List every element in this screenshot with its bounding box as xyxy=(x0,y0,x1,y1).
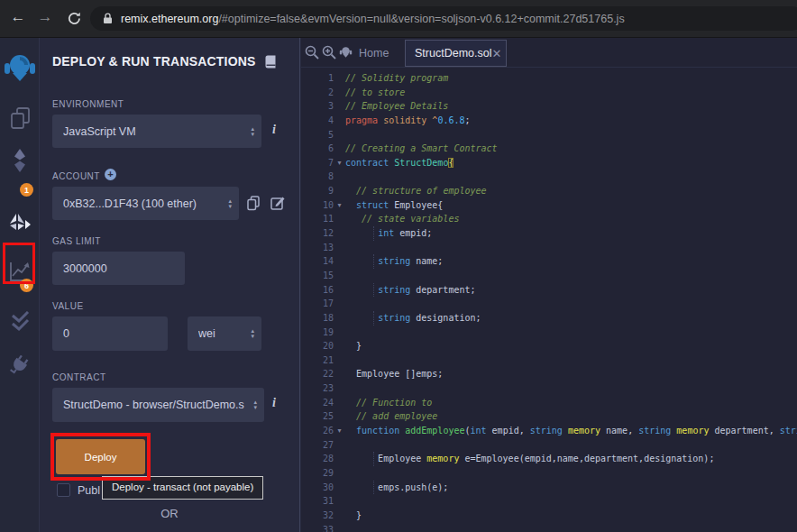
environment-info-icon[interactable]: i xyxy=(272,123,276,137)
address-bar[interactable]: remix.ethereum.org/#optimize=false&evmVe… xyxy=(90,6,797,31)
panel-title: DEPLOY & RUN TRANSACTIONS xyxy=(52,54,256,69)
sidebar-item-unit-testing[interactable] xyxy=(0,311,40,333)
double-check-icon xyxy=(9,311,32,333)
line-number: 12 xyxy=(301,226,334,241)
add-account-icon[interactable]: + xyxy=(105,169,116,180)
line-number: 8 xyxy=(301,170,334,184)
code-line[interactable]: 11 // state variables xyxy=(301,212,797,226)
sidebar-item-analytics[interactable] xyxy=(0,260,40,283)
line-number: 3 xyxy=(301,99,334,114)
code-line[interactable]: 3// Employee Details xyxy=(301,99,797,114)
code-line[interactable]: 21 xyxy=(301,353,797,368)
zoom-out-icon[interactable] xyxy=(305,45,319,63)
line-number: 22 xyxy=(301,367,334,381)
copy-account-icon[interactable] xyxy=(247,196,260,211)
contract-select[interactable]: StructDemo - browser/StructDemo.s ▴▾ xyxy=(52,388,264,422)
analytics-badge: 6 xyxy=(20,279,33,292)
line-number: 24 xyxy=(301,396,334,410)
lock-icon xyxy=(103,13,113,24)
value-unit-stepper-icon: ▴▾ xyxy=(251,328,254,339)
code-line[interactable]: 13 xyxy=(301,241,797,255)
code-line[interactable]: 23 xyxy=(301,381,797,396)
value-unit: wei xyxy=(198,327,251,340)
code-line[interactable]: 29 xyxy=(301,466,797,481)
account-select[interactable]: 0xB32...D1F43 (100 ether) ▴▾ xyxy=(52,187,239,220)
fold-arrow-icon xyxy=(334,212,345,226)
browser-back-icon[interactable]: ← xyxy=(7,8,29,26)
code-line[interactable]: 26▾ function addEmployee(int empid, stri… xyxy=(301,424,797,438)
fold-arrow-icon xyxy=(334,494,345,509)
plug-icon xyxy=(9,353,31,377)
fold-arrow-icon xyxy=(334,381,345,396)
line-number: 9 xyxy=(301,184,334,198)
code-line[interactable]: 32 } xyxy=(301,509,797,523)
code-text: int empid; xyxy=(345,226,797,241)
code-text: // Solidity program xyxy=(345,71,797,86)
sidebar-item-plugin-manager[interactable] xyxy=(0,353,40,377)
code-line[interactable]: 12 int empid; xyxy=(301,226,797,241)
code-line[interactable]: 31 xyxy=(301,494,797,509)
remix-logo[interactable] xyxy=(0,52,40,87)
code-line[interactable]: 5 xyxy=(301,128,797,142)
account-value: 0xB32...D1F43 (100 ether) xyxy=(63,197,228,210)
code-line[interactable]: 6// Creating a Smart Contract xyxy=(301,142,797,156)
code-line[interactable]: 28 Employee memory e=Employee(empid,name… xyxy=(301,452,797,466)
code-text: pragma solidity ^0.6.8; xyxy=(345,114,797,128)
code-line[interactable]: 7▾contract StructDemo{ xyxy=(301,156,797,170)
close-tab-icon[interactable]: ✕ xyxy=(491,47,501,60)
sidebar-item-deploy-run[interactable] xyxy=(0,213,40,236)
code-line[interactable]: 16 string department; xyxy=(301,283,797,298)
code-line[interactable]: 14 string name; xyxy=(301,254,797,269)
url-text: remix.ethereum.org/#optimize=false&evmVe… xyxy=(121,13,625,25)
deploy-run-panel: DEPLOY & RUN TRANSACTIONS ENVIRONMENT Ja… xyxy=(40,38,300,532)
publish-to-ipfs-checkbox[interactable] xyxy=(57,483,70,497)
code-line[interactable]: 19 xyxy=(301,326,797,340)
fold-arrow-icon xyxy=(334,86,345,100)
code-line[interactable]: 8 xyxy=(301,170,797,184)
code-line[interactable]: 18 string designation; xyxy=(301,311,797,326)
value-label: VALUE xyxy=(52,301,84,311)
line-number: 20 xyxy=(301,339,334,353)
indent-guide xyxy=(373,254,374,269)
code-line[interactable]: 20 } xyxy=(301,339,797,353)
code-line[interactable]: 9 // structure of employee xyxy=(301,184,797,198)
contract-info-icon[interactable]: i xyxy=(272,396,276,410)
code-lines[interactable]: 1// Solidity program2// to store3// Empl… xyxy=(301,68,797,532)
browser-forward-icon[interactable]: → xyxy=(34,8,56,26)
code-line[interactable]: 4pragma solidity ^0.6.8; xyxy=(301,114,797,128)
fold-arrow-icon[interactable]: ▾ xyxy=(334,198,345,213)
environment-select[interactable]: JavaScript VM ▴▾ xyxy=(52,115,261,148)
code-text: // to store xyxy=(345,86,797,100)
fold-arrow-icon[interactable]: ▾ xyxy=(334,156,345,170)
code-line[interactable]: 30 emps.push(e); xyxy=(301,481,797,495)
browser-reload-icon[interactable] xyxy=(63,11,85,31)
line-number: 33 xyxy=(301,523,334,532)
code-line[interactable]: 22 Employee []emps; xyxy=(301,367,797,381)
line-number: 21 xyxy=(301,353,334,368)
value-unit-select[interactable]: wei ▴▾ xyxy=(188,316,261,351)
docs-book-icon[interactable] xyxy=(265,55,277,69)
tab-structdemo-sol[interactable]: StructDemo.sol ✕ xyxy=(405,40,507,67)
code-line[interactable]: 10▾ struct Employee{ xyxy=(301,198,797,213)
code-line[interactable]: 33 xyxy=(301,523,797,532)
sidebar-item-file-explorer[interactable] xyxy=(0,106,40,130)
code-text xyxy=(345,326,797,340)
code-line[interactable]: 27 xyxy=(301,438,797,453)
code-line[interactable]: 1// Solidity program xyxy=(301,71,797,86)
code-text xyxy=(345,297,797,311)
code-line[interactable]: 2// to store xyxy=(301,86,797,100)
code-line[interactable]: 25 // add employee xyxy=(301,409,797,424)
code-line[interactable]: 15 xyxy=(301,269,797,283)
code-line[interactable]: 24 // Function to xyxy=(301,396,797,410)
tab-home[interactable]: Home xyxy=(330,38,398,68)
value-input[interactable] xyxy=(52,316,168,351)
fold-arrow-icon[interactable]: ▾ xyxy=(334,424,345,438)
gas-limit-input[interactable] xyxy=(52,252,185,285)
sidebar-item-solidity-compiler[interactable] xyxy=(0,148,40,173)
deploy-button[interactable]: Deploy xyxy=(56,439,145,474)
edit-account-icon[interactable] xyxy=(270,196,285,210)
fold-arrow-icon xyxy=(334,396,345,410)
line-number: 4 xyxy=(301,114,334,128)
code-line[interactable]: 17 xyxy=(301,297,797,311)
fold-arrow-icon xyxy=(334,226,345,241)
